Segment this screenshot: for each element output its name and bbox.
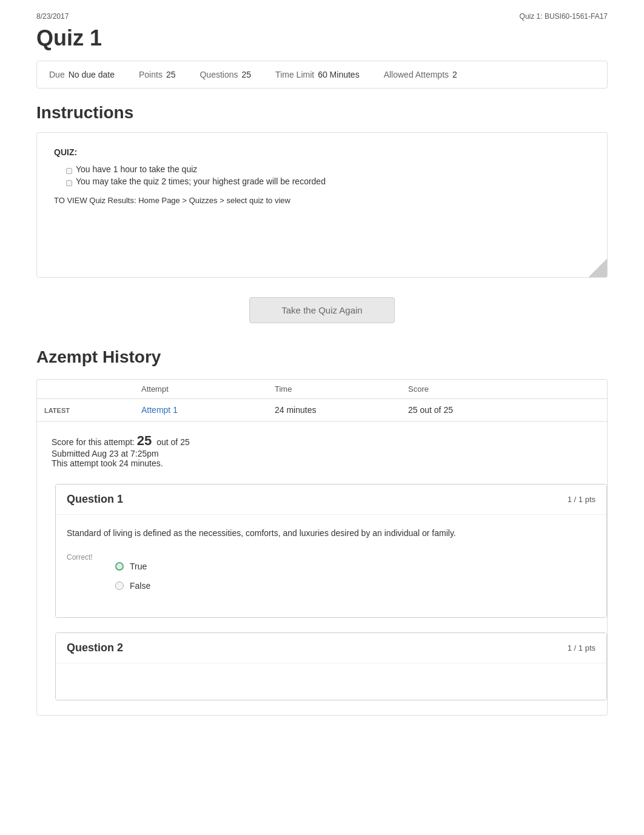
- option-true: True: [115, 562, 585, 571]
- take-quiz-again-button[interactable]: Take the Quiz Again: [249, 297, 395, 323]
- col-attempt: Attempt: [134, 380, 267, 399]
- col-time: Time: [267, 380, 401, 399]
- question-1-answers-wrapper: Correct! True False: [67, 552, 595, 605]
- due-value: No due date: [69, 70, 115, 79]
- attempt-history-title: Azempt History: [36, 347, 608, 367]
- time-limit-label: Time Limit: [275, 70, 314, 79]
- due-item: Due No due date: [49, 70, 115, 79]
- attempt-history-table: Attempt Time Score LATEST Attempt 1 24 m…: [36, 379, 608, 716]
- allowed-attempts-item: Allowed Attempts 2: [384, 70, 457, 79]
- questions-item: Questions 25: [200, 70, 251, 79]
- score-for-attempt-label: Score for this attempt:: [52, 437, 135, 447]
- attempt-link-cell[interactable]: Attempt 1: [134, 399, 267, 421]
- header-bar: 8/23/2017 Quiz 1: BUSI60-1561-FA17: [36, 12, 608, 21]
- meta-bar: Due No due date Points 25 Questions 25 T…: [36, 61, 608, 89]
- question-1-pts: 1 / 1 pts: [568, 495, 595, 504]
- score-cell: 25 out of 25: [401, 399, 607, 421]
- duration-line: This attempt took 24 minutes.: [52, 458, 592, 468]
- question-2-body: [56, 663, 606, 700]
- instructions-note: TO VIEW Quiz Results: Home Page > Quizze…: [54, 196, 590, 205]
- score-out-of: out of 25: [156, 437, 190, 447]
- shadow-indicator: [589, 259, 607, 277]
- question-1-options: True False: [115, 552, 595, 605]
- instructions-list: You have 1 hour to take the quiz You may…: [66, 164, 590, 186]
- option-false: False: [115, 581, 585, 591]
- course-id-label: Quiz 1: BUSI60-1561-FA17: [520, 12, 608, 21]
- allowed-attempts-label: Allowed Attempts: [384, 70, 449, 79]
- quiz-label: QUIZ:: [54, 147, 590, 157]
- quiz-title: Quiz 1: [36, 25, 608, 51]
- instructions-box: QUIZ: You have 1 hour to take the quiz Y…: [36, 132, 608, 278]
- radio-true: [115, 562, 124, 571]
- time-cell: 24 minutes: [267, 399, 401, 421]
- question-1-title: Question 1: [67, 493, 123, 506]
- questions-label: Questions: [200, 70, 238, 79]
- table-row: LATEST Attempt 1 24 minutes 25 out of 25: [37, 399, 607, 421]
- points-value: 25: [166, 70, 176, 79]
- col-latest: [37, 380, 134, 399]
- question-1-header: Question 1 1 / 1 pts: [56, 485, 606, 515]
- question-2-block: Question 2 1 / 1 pts: [55, 632, 607, 700]
- attempt-details: Score for this attempt: 25 out of 25 Sub…: [37, 421, 607, 474]
- score-line: Score for this attempt: 25 out of 25: [52, 433, 592, 449]
- points-item: Points 25: [139, 70, 176, 79]
- option-false-label: False: [130, 581, 150, 591]
- radio-false: [115, 582, 124, 590]
- points-label: Points: [139, 70, 163, 79]
- submitted-line: Submitted Aug 23 at 7:25pm: [52, 449, 592, 458]
- attempt-1-link[interactable]: Attempt 1: [141, 405, 178, 415]
- question-1-text: Standard of living is defined as the nec…: [67, 527, 595, 540]
- time-limit-value: 60 Minutes: [318, 70, 359, 79]
- col-score: Score: [401, 380, 607, 399]
- score-number: 25: [137, 433, 152, 448]
- questions-value: 25: [242, 70, 252, 79]
- question-2-header: Question 2 1 / 1 pts: [56, 633, 606, 663]
- instructions-item-1: You have 1 hour to take the quiz: [66, 164, 590, 174]
- question-1-body: Standard of living is defined as the nec…: [56, 515, 606, 617]
- instructions-title: Instructions: [36, 103, 608, 122]
- correct-label-q1: Correct!: [67, 552, 115, 562]
- latest-label: LATEST: [37, 399, 134, 421]
- questions-area: Question 1 1 / 1 pts Standard of living …: [37, 484, 607, 700]
- question-2-title: Question 2: [67, 642, 123, 654]
- allowed-attempts-value: 2: [452, 70, 457, 79]
- question-2-pts: 1 / 1 pts: [568, 643, 595, 652]
- date-label: 8/23/2017: [36, 12, 69, 21]
- option-true-label: True: [130, 562, 147, 571]
- time-limit-item: Time Limit 60 Minutes: [275, 70, 360, 79]
- attempt-table: Attempt Time Score LATEST Attempt 1 24 m…: [37, 380, 607, 421]
- instructions-item-2: You may take the quiz 2 times; your high…: [66, 176, 590, 186]
- question-1-block: Question 1 1 / 1 pts Standard of living …: [55, 484, 607, 618]
- due-label: Due: [49, 70, 65, 79]
